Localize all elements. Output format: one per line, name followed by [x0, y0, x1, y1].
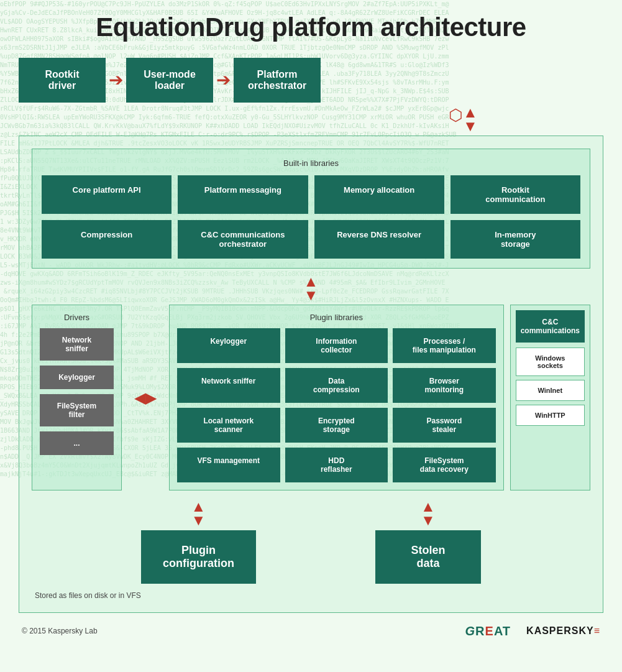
drivers-plugins-arrow: ◀ ▶	[131, 305, 160, 490]
stolen-data-arrow-down: ▼	[421, 513, 436, 527]
lib-cnc-communications: C&C communicationsorchestrator	[178, 220, 308, 259]
builtin-section: Built-in libraries Core platform API Pla…	[32, 149, 590, 269]
builtin-grid: Core platform API Platform messaging Mem…	[42, 175, 580, 259]
plugin-configuration-box: Pluginconfiguration	[141, 530, 256, 584]
cnc-windows-sockets: Windowssockets	[516, 348, 585, 376]
drivers-box: Drivers Networksniffer Keylogger FileSys…	[32, 305, 122, 490]
plugin-password-stealer: Passwordstealer	[393, 408, 496, 443]
mid-arrow-down: ▼	[304, 288, 319, 302]
bottom-flow: ▲ ▼ Pluginconfiguration ▲ ▼ Stolendata	[32, 500, 590, 583]
plugin-keylogger: Keylogger	[177, 328, 280, 363]
main-container: Built-in libraries Core platform API Pla…	[19, 136, 603, 612]
plugin-vfs-management: VFS management	[177, 448, 280, 482]
cnc-outer: C&Ccommunications Windowssockets WinInet…	[510, 305, 590, 490]
driver-filesystem-filter: FileSystemfilter	[40, 394, 114, 426]
driver-keylogger: Keylogger	[40, 366, 114, 389]
main-content: EquationDrug platform architecture Rootk…	[0, 0, 622, 657]
stolen-data-col: ▲ ▼ Stolendata	[375, 500, 481, 583]
cnc-winhttp: WinHTTP	[516, 405, 585, 426]
lib-in-memory-storage: In-memorystorage	[450, 220, 580, 259]
plugin-encrypted-storage: Encryptedstorage	[285, 408, 388, 443]
platform-orchestrator-box: Platformorchestrator	[234, 58, 321, 103]
lib-core-platform-api: Core platform API	[42, 175, 172, 214]
copyright: © 2015 Kaspersky Lab	[22, 627, 98, 635]
great-logo: GREAT	[465, 624, 511, 638]
plugins-grid: Keylogger Informationcollector Processes…	[177, 328, 496, 482]
arrow-2: ➔	[216, 71, 231, 89]
arrow-1: ➔	[109, 71, 123, 89]
drivers-label: Drivers	[40, 313, 114, 322]
kaspersky-logo: KASPERSKY≡	[526, 625, 600, 637]
plugin-processes-files: Processes /files manipulation	[393, 328, 496, 363]
stored-note: Stored as files on disk or in VFS	[35, 591, 590, 600]
lower-section: Drivers Networksniffer Keylogger FileSys…	[32, 305, 590, 490]
plugins-box: Plugin libraries Keylogger Informationco…	[169, 305, 504, 490]
plugin-browser-monitoring: Browsermonitoring	[393, 368, 496, 403]
orch-arrow-updown: ⬡	[449, 106, 463, 132]
mid-arrow: ▲ ▼	[32, 275, 590, 301]
rootkit-driver-box: Rootkitdriver	[19, 58, 106, 103]
orch-arrow-container: ⬡ ▲ ▼	[323, 106, 603, 132]
lib-memory-allocation: Memory allocation	[314, 175, 444, 214]
builtin-label: Built-in libraries	[42, 159, 580, 168]
driver-more: ...	[40, 431, 114, 455]
page-title: EquationDrug platform architecture	[19, 12, 603, 42]
plugin-config-arrow-down: ▼	[191, 513, 206, 527]
plugin-information-collector: Informationcollector	[285, 328, 388, 363]
arrow-down: ▼	[463, 119, 478, 133]
plugin-local-network-scanner: Local networkscanner	[177, 408, 280, 443]
plugin-config-col: ▲ ▼ Pluginconfiguration	[141, 500, 256, 583]
footer: © 2015 Kaspersky Lab GREAT KASPERSKY≡	[19, 624, 603, 638]
cnc-label: C&Ccommunications	[516, 310, 585, 343]
top-flow: Rootkitdriver ➔ User-modeloader ➔ Platfo…	[19, 58, 603, 103]
stolen-data-box: Stolendata	[375, 530, 481, 584]
lib-platform-messaging: Platform messaging	[178, 175, 308, 214]
cnc-wininet: WinInet	[516, 380, 585, 401]
plugins-label: Plugin libraries	[177, 313, 496, 322]
user-mode-loader-box: User-modeloader	[126, 58, 213, 103]
plugin-data-compression: Datacompression	[285, 368, 388, 403]
driver-network-sniffer: Networksniffer	[40, 328, 114, 361]
footer-logos: GREAT KASPERSKY≡	[465, 624, 600, 638]
lib-compression: Compression	[42, 220, 172, 259]
plugin-filesystem-data-recovery: FileSystemdata recovery	[393, 448, 496, 482]
plugin-hdd-reflasher: HDDreflasher	[285, 448, 388, 482]
plugin-network-sniffer: Network sniffer	[177, 368, 280, 403]
lib-rootkit-communication: Rootkitcommunication	[450, 175, 580, 214]
lib-reverse-dns: Reverse DNS resolver	[314, 220, 444, 259]
